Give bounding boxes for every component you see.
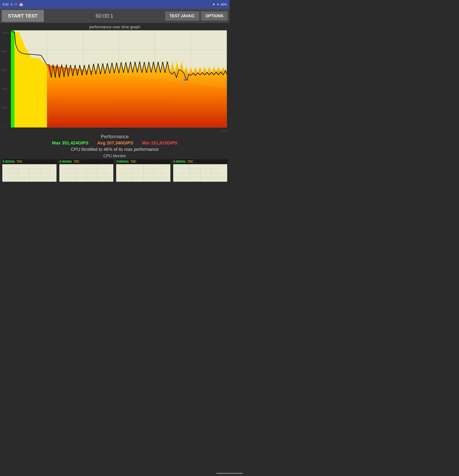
google-icon: G xyxy=(10,3,13,6)
toolbar: START TEST 60:00:1 TEST JAVA/C OPTIONS xyxy=(0,9,230,23)
svg-marker-15 xyxy=(11,30,15,128)
test-java-c-button[interactable]: TEST JAVA/C xyxy=(165,11,199,21)
cpu-core-3: 0.82GHz T0C xyxy=(173,159,228,182)
core-3-freq: 0.82GHz xyxy=(174,160,186,163)
cpu-core-2: 0.82GHz T0C xyxy=(116,159,171,182)
cpu-monitor-section: CPU Monitor 0.82GHz T0C 0.82GHz xyxy=(0,153,230,183)
core-0-graph xyxy=(2,164,57,182)
core-2-grid-svg xyxy=(116,164,170,182)
cpu-monitor-title: CPU Monitor xyxy=(0,154,230,158)
calendar-icon: 📅 xyxy=(19,3,23,6)
cpu-core-1: 0.82GHz T0C xyxy=(59,159,114,182)
core-1-grid-svg xyxy=(59,164,113,182)
y-label-20: 20% xyxy=(2,106,11,109)
cpu-core-3-header: 0.82GHz T0C xyxy=(173,159,228,164)
core-2-temp: T0C xyxy=(130,160,136,163)
core-1-temp: T0C xyxy=(74,160,79,163)
y-label-0: 0 xyxy=(2,124,11,128)
wifi-icon: ▼ xyxy=(212,3,215,6)
y-label-100: 100% xyxy=(2,31,11,34)
y-label-80: 80% xyxy=(2,50,11,53)
graph-container: 100% 80% 60% 40% 20% 0 xyxy=(2,30,228,132)
graph-section: performance over time graph 100% 80% 60%… xyxy=(0,23,230,132)
performance-section: Performance Max 351,424GIPS Avg 207,340G… xyxy=(0,132,230,153)
core-2-freq: 0.82GHz xyxy=(117,160,129,163)
status-left: 5:02 G 🛡 📅 xyxy=(3,3,23,6)
airplane-icon: ✈ xyxy=(217,3,219,6)
cpu-core-0-header: 0.82GHz T0C xyxy=(2,159,57,164)
performance-graph: time(interval 10min) xyxy=(2,30,228,132)
battery-display: 40% xyxy=(221,3,227,6)
time-display: 5:02 xyxy=(3,3,9,6)
start-test-button[interactable]: START TEST xyxy=(2,10,44,22)
throttle-text: CPU throttled to 46% of its max performa… xyxy=(0,147,230,152)
core-0-grid-svg xyxy=(2,164,56,182)
timer-display: 60:00:1 xyxy=(46,13,163,19)
y-label-40: 40% xyxy=(2,87,11,91)
core-0-temp: T0C xyxy=(17,160,22,163)
core-3-temp: T0C xyxy=(187,160,193,163)
options-button[interactable]: OPTIONS xyxy=(201,11,228,21)
core-3-grid-svg xyxy=(173,164,227,182)
cpu-core-0: 0.82GHz T0C xyxy=(2,159,57,182)
core-2-graph xyxy=(116,164,170,182)
core-0-freq: 0.82GHz xyxy=(3,160,15,163)
cpu-core-2-header: 0.82GHz T0C xyxy=(116,159,171,164)
cpu-cores-container: 0.82GHz T0C 0.82GHz T0C xyxy=(0,159,230,182)
core-1-freq: 0.82GHz xyxy=(60,160,72,163)
core-3-graph xyxy=(173,164,227,182)
status-right: ▼ ✈ 40% xyxy=(212,3,227,6)
status-bar: 5:02 G 🛡 📅 ▼ ✈ 40% xyxy=(0,0,230,9)
max-stat: Max 351,424GIPS xyxy=(52,140,88,145)
performance-stats: Max 351,424GIPS Avg 207,340GIPS Min 151,… xyxy=(0,140,230,145)
x-axis-label: time(interval 10min) xyxy=(221,129,228,132)
y-axis-labels: 100% 80% 60% 40% 20% 0 xyxy=(2,30,11,132)
graph-title: performance over time graph xyxy=(0,24,230,30)
svg-point-18 xyxy=(184,79,186,81)
core-1-graph xyxy=(59,164,114,182)
shield-icon: 🛡 xyxy=(14,3,17,6)
min-stat: Min 151,815GIPS xyxy=(142,140,177,145)
cpu-core-1-header: 0.82GHz T0C xyxy=(59,159,114,164)
performance-title: Performance xyxy=(0,134,230,140)
avg-stat: Avg 207,340GIPS xyxy=(97,140,133,145)
y-label-60: 60% xyxy=(2,68,11,72)
